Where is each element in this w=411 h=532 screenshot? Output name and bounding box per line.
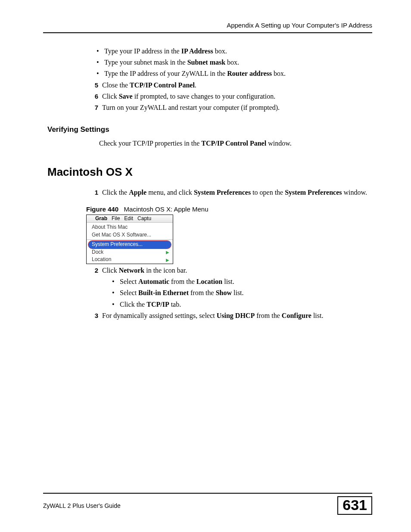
menu-item-label: System Preferences... — [92, 241, 143, 248]
text: Turn on your ZyWALL and restart your com… — [102, 103, 372, 112]
mac-menubar-edit: Edit — [124, 215, 133, 222]
page-footer: ZyWALL 2 Plus User's Guide 631 — [43, 493, 372, 515]
text-bold: System Preferences — [194, 189, 251, 196]
text: list. — [232, 289, 244, 296]
bullet-router-address: • Type the IP address of your ZyWALL in … — [97, 68, 372, 78]
footer-guide-name: ZyWALL 2 Plus User's Guide — [43, 502, 121, 509]
text: Select — [120, 289, 138, 296]
bullet-subnet-mask: • Type your subnet mask in the Subnet ma… — [97, 57, 372, 67]
menu-item-about-this-mac: About This Mac — [87, 224, 173, 231]
mac-step2-bullet-location: • Select Automatic from the Location lis… — [112, 277, 372, 286]
step-number: 7 — [86, 103, 98, 112]
mac-apple-menu-body: About This Mac Get Mac OS X Software... … — [87, 223, 173, 264]
text: window. — [342, 189, 367, 196]
text-bold: Show — [216, 289, 232, 296]
text: list. — [222, 278, 234, 285]
menu-item-location: Location▶ — [87, 256, 173, 264]
text-bold: System Preferences — [285, 189, 342, 196]
heading-verifying-settings: Verifying Settings — [47, 125, 372, 134]
mac-menubar-grab: Grab — [95, 215, 107, 222]
text: in the icon bar. — [144, 267, 187, 274]
menu-item-get-software: Get Mac OS X Software... — [87, 231, 173, 239]
text: list. — [311, 312, 324, 319]
text: Click the — [102, 189, 129, 196]
submenu-arrow-icon: ▶ — [166, 257, 169, 263]
text: from the — [189, 289, 216, 296]
menu-item-system-preferences: System Preferences... — [88, 241, 171, 249]
text: box. — [225, 59, 239, 66]
mac-step2-bullet-tcpip: • Click the TCP/IP tab. — [112, 299, 372, 309]
text: from the — [255, 312, 282, 319]
text: from the — [169, 278, 196, 285]
mac-menubar: Grab File Edit Captu — [87, 215, 173, 223]
text-bold: TCP/IP — [146, 301, 169, 308]
text-bold: Apple — [129, 189, 146, 196]
text-bold: Built-in Ethernet — [138, 289, 189, 296]
text: menu, and click — [146, 189, 194, 196]
text: . — [195, 81, 196, 89]
menu-item-label: Dock — [92, 249, 103, 256]
mac-step-1: 1 Click the Apple menu, and click System… — [86, 187, 372, 197]
text-bold: Subnet mask — [187, 59, 225, 66]
text: box. — [213, 47, 227, 55]
bullet-ip-address: • Type your IP address in the IP Address… — [97, 46, 372, 56]
step-number: 1 — [86, 188, 98, 197]
heading-macintosh-osx: Macintosh OS X — [47, 165, 372, 179]
text: to open the — [251, 189, 285, 196]
page-number: 631 — [337, 496, 372, 515]
text: For dynamically assigned settings, selec… — [102, 312, 217, 319]
step-number: 3 — [86, 311, 98, 320]
text: Type the IP address of your ZyWALL in th… — [104, 70, 227, 77]
text: if prompted, to save changes to your con… — [133, 93, 275, 100]
text-bold: Network — [119, 267, 145, 274]
text-bold: Location — [196, 278, 222, 285]
verify-paragraph: Check your TCP/IP properties in the TCP/… — [99, 138, 372, 148]
step-6: 6 Click Save if prompted, to save change… — [86, 91, 372, 101]
text: Close the — [102, 81, 130, 89]
mac-step-2: 2 Click Network in the icon bar. — [86, 265, 372, 275]
text: window. — [266, 140, 292, 147]
text-bold: TCP/IP Control Panel — [201, 140, 266, 147]
text-bold: TCP/IP Control Panel — [130, 81, 195, 89]
text: Click — [102, 267, 119, 274]
mac-step-3: 3 For dynamically assigned settings, sel… — [86, 311, 372, 320]
menu-item-label: Get Mac OS X Software... — [92, 232, 151, 239]
text: Check your TCP/IP properties in the — [99, 140, 201, 147]
text: Click the — [120, 301, 146, 308]
step-7: 7 Turn on your ZyWALL and restart your c… — [86, 103, 372, 112]
text-bold: Router address — [227, 70, 272, 77]
figure-apple-menu: Grab File Edit Captu About This Mac Get … — [86, 215, 173, 264]
page-header: Appendix A Setting up Your Computer's IP… — [43, 22, 372, 33]
menu-item-label: About This Mac — [92, 224, 128, 231]
step-5: 5 Close the TCP/IP Control Panel. — [86, 80, 372, 90]
menu-divider — [87, 240, 173, 240]
submenu-arrow-icon: ▶ — [166, 249, 169, 255]
text-bold: Configure — [282, 312, 311, 319]
text-bold: Using DHCP — [217, 312, 255, 319]
menu-item-dock: Dock▶ — [87, 249, 173, 256]
text: tab. — [169, 301, 181, 308]
figure-title: Macintosh OS X: Apple Menu — [124, 205, 209, 213]
text: box. — [272, 70, 286, 77]
figure-caption: Figure 440 Macintosh OS X: Apple Menu — [86, 205, 372, 213]
mac-menubar-file: File — [112, 215, 120, 222]
text-bold: IP Address — [181, 47, 213, 55]
step-number: 2 — [86, 266, 98, 275]
text: Type your subnet mask in the — [104, 59, 187, 66]
text: Select — [120, 278, 138, 285]
step-number: 5 — [86, 81, 98, 90]
step-number: 6 — [86, 92, 98, 101]
text-bold: Save — [119, 93, 133, 100]
menu-item-label: Location — [92, 256, 111, 263]
mac-menubar-capture: Captu — [137, 215, 151, 222]
text: Click — [102, 93, 119, 100]
mac-step2-bullet-show: • Select Built-in Ethernet from the Show… — [112, 288, 372, 298]
figure-label: Figure 440 — [86, 205, 118, 213]
text-bold: Automatic — [138, 278, 169, 285]
text: Type your IP address in the — [104, 47, 181, 55]
